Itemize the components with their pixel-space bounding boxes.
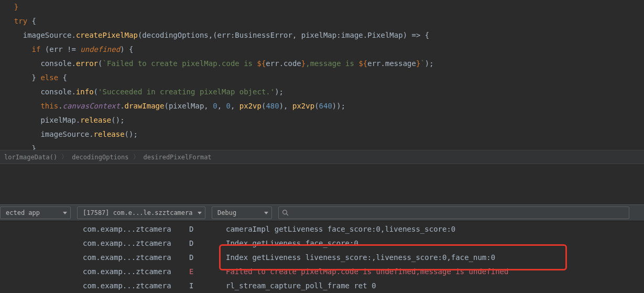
log-row[interactable]: com.examp...ztcameraDIndex getLiveness l… bbox=[0, 251, 508, 265]
process-filter-dropdown[interactable]: [17587] com.e...le.szztcamera bbox=[77, 207, 205, 219]
search-input[interactable] bbox=[291, 209, 626, 216]
code-line[interactable]: console.info('Succeeded in creating pixe… bbox=[5, 85, 644, 99]
log-row[interactable]: com.examp...ztcameraEFailed to create pi… bbox=[0, 265, 508, 279]
log-panel[interactable]: com.examp...ztcameraDcameraImpl getLiven… bbox=[0, 221, 644, 293]
log-tag: com.examp...ztcamera bbox=[0, 265, 186, 279]
log-message: Index getLiveness face_score:0 bbox=[205, 236, 508, 251]
log-level: D bbox=[186, 222, 205, 236]
breadcrumb-item[interactable]: lorImageData() bbox=[2, 154, 59, 161]
log-level: D bbox=[186, 251, 205, 265]
code-editor[interactable]: } try { imageSource.createPixelMap(decod… bbox=[0, 0, 644, 150]
breadcrumb-item[interactable]: desiredPixelFormat bbox=[141, 154, 214, 161]
log-toolbar: ected app [17587] com.e...le.szztcamera … bbox=[0, 204, 644, 221]
log-tag: com.examp...ztcamera bbox=[0, 222, 186, 236]
log-level: D bbox=[186, 236, 205, 251]
log-tag: com.examp...ztcamera bbox=[0, 279, 186, 293]
code-line[interactable]: if (err != undefined) { bbox=[5, 42, 644, 57]
svg-point-0 bbox=[283, 210, 287, 214]
code-line[interactable]: this.canvasContext.drawImage(pixelMap, 0… bbox=[5, 99, 644, 113]
app-filter-dropdown[interactable]: ected app bbox=[0, 207, 71, 219]
code-line[interactable]: } bbox=[5, 0, 644, 14]
log-message: rl_stream_capture_poll_frame ret 0 bbox=[205, 279, 508, 293]
code-line[interactable]: imageSource.release(); bbox=[5, 127, 644, 142]
log-level: I bbox=[186, 279, 205, 293]
log-row[interactable]: com.examp...ztcameraDcameraImpl getLiven… bbox=[0, 222, 508, 236]
code-line[interactable]: } bbox=[5, 142, 644, 150]
breadcrumb-chevron-icon: 〉 bbox=[131, 153, 141, 161]
log-message: cameraImpl getLiveness face_score:0,live… bbox=[205, 222, 508, 236]
code-line[interactable]: console.error(`Failed to create pixelMap… bbox=[5, 57, 644, 71]
code-line[interactable]: try { bbox=[5, 14, 644, 28]
breadcrumb-item[interactable]: decodingOptions bbox=[70, 154, 130, 161]
breadcrumb-chevron-icon: 〉 bbox=[59, 153, 70, 161]
panel-gap bbox=[0, 164, 644, 204]
search-icon bbox=[282, 209, 289, 216]
log-message: Failed to create pixelMap.code is undefi… bbox=[205, 265, 508, 279]
chevron-down-icon bbox=[264, 212, 268, 214]
log-message: Index getLiveness liveness_score:,livene… bbox=[205, 251, 508, 265]
process-filter-label: [17587] com.e...le.szztcamera bbox=[83, 209, 193, 216]
log-search[interactable] bbox=[278, 207, 629, 219]
level-filter-label: Debug bbox=[217, 209, 236, 216]
breadcrumb-bar: lorImageData()〉decodingOptions〉desiredPi… bbox=[0, 150, 644, 164]
log-tag: com.examp...ztcamera bbox=[0, 251, 186, 265]
chevron-down-icon bbox=[198, 212, 202, 214]
code-line[interactable]: } else { bbox=[5, 71, 644, 85]
level-filter-dropdown[interactable]: Debug bbox=[212, 207, 272, 219]
code-line[interactable]: imageSource.createPixelMap(decodingOptio… bbox=[5, 28, 644, 42]
log-level: E bbox=[186, 265, 205, 279]
log-row[interactable]: com.examp...ztcameraDIndex getLiveness f… bbox=[0, 236, 508, 251]
app-filter-label: ected app bbox=[6, 209, 40, 216]
log-row[interactable]: com.examp...ztcameraIrl_stream_capture_p… bbox=[0, 279, 508, 293]
log-tag: com.examp...ztcamera bbox=[0, 236, 186, 251]
code-line[interactable]: pixelMap.release(); bbox=[5, 113, 644, 127]
chevron-down-icon bbox=[63, 212, 67, 214]
svg-line-1 bbox=[287, 214, 288, 215]
